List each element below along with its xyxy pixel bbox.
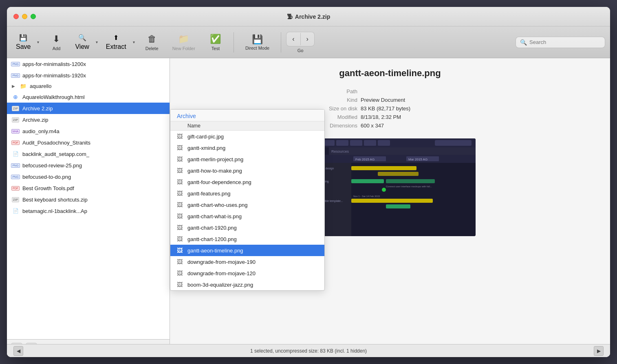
gantt-preview-svg: Complete Resources Feb 2015 AG Mar 2015 … [304,138,476,236]
save-button-group[interactable]: 💾 Save ▾ [12,31,42,53]
meta-modified-row: Modified 8/13/18, 2:32 PM [317,114,463,120]
archive-list-item[interactable]: 🖼 gantt-how-to-make.png [170,165,324,176]
svg-text:Feb 2015 AG: Feb 2015 AG [355,158,375,161]
extract-icon: ⬆ [113,34,119,42]
size-value: 83 KB (82,717 bytes) [361,105,463,112]
archive-panel: Archive Name 🖼 gift-card-pic.jpg 🖼 gantt… [170,109,325,291]
img-icon: 🖼 [177,224,184,231]
list-item[interactable]: PNG befocused-review-25.png [7,160,170,171]
img-icon: 🖼 [177,247,184,254]
status-text: 1 selected, uncompressed size: 83 KB (in… [250,348,367,354]
img-icon: 🖼 [177,213,184,219]
search-input[interactable] [529,39,601,45]
modified-value: 8/13/18, 2:32 PM [361,114,463,120]
toolbar: 💾 Save ▾ ⬇ Add 🔍 View ▾ ⬆ Extract ▾ [7,26,610,58]
pdf-icon: PDF [12,184,19,192]
search-box[interactable]: 🔍 [516,37,605,48]
minimize-button[interactable] [22,14,27,19]
m4a-icon: M4A [12,127,19,135]
svg-rect-27 [386,179,435,183]
archive-list-item-selected[interactable]: 🖼 gantt-aeon-timeline.png [170,245,324,256]
status-nav-right[interactable]: ▶ [594,346,604,356]
nav-forward-button[interactable]: › [301,32,314,46]
archive-list-item[interactable]: 🖼 downgrade-from-mojave-190 [170,256,324,268]
nav-buttons[interactable]: ‹ › [286,32,315,46]
extract-button-group[interactable]: ⬆ Extract ▾ [102,31,137,53]
svg-point-30 [382,188,386,192]
archive-list-item[interactable]: 🖼 downgrade-from-mojave-120 [170,268,324,279]
img-icon: 🖼 [177,179,184,185]
list-item[interactable]: PNG apps-for-minimalists-1920x [7,70,170,81]
direct-mode-icon: 💾 [252,34,263,45]
zip-icon: ZIP [12,116,19,123]
archive-list-item[interactable]: 🖼 gantt-chart-who-uses.png [170,199,324,211]
archive-col-header: Name [170,121,324,131]
toolbar-separator-1 [234,32,234,53]
status-bar: ◀ 1 selected, uncompressed size: 83 KB (… [7,344,610,357]
extract-main[interactable]: ⬆ Extract [102,31,130,53]
direct-mode-button[interactable]: 💾 Direct Mode [239,32,276,53]
view-arrow[interactable]: ▾ [93,31,100,53]
nav-back-button[interactable]: ‹ [286,32,300,46]
archive-list-item[interactable]: 🖼 gantt-merlin-project.png [170,153,324,165]
meta-path-row: Path [317,88,463,94]
list-item[interactable]: 📄 betamagic.nl-1backlink...Ap [7,205,170,217]
traffic-lights[interactable] [13,14,36,19]
img-icon: 🖼 [177,133,184,140]
archive-list-item[interactable]: 🖼 gantt-chart-what-is.png [170,211,324,222]
status-nav-left[interactable]: ◀ [13,346,23,356]
archive-list-item[interactable]: 🖼 gantt-xmind.png [170,142,324,153]
archive-list-item[interactable]: 🖼 boom-3d-equalizer-jazz.png [170,279,324,290]
add-icon: ⬇ [53,34,60,44]
img-icon: 🖼 [177,270,184,276]
test-icon: ✅ [210,34,221,44]
list-item[interactable]: ⊕ AquareloWalkthrough.html [7,91,170,103]
svg-rect-11 [304,147,476,155]
list-item[interactable]: PNG apps-for-minimalists-1200x [7,58,170,70]
close-button[interactable] [13,14,19,19]
list-item-selected[interactable]: ZIP Archive 2.zip [7,103,170,114]
svg-rect-9 [378,140,390,146]
archive-list-item[interactable]: 🖼 gantt-chart-1920.png [170,222,324,233]
svg-text:Resources: Resources [331,149,349,153]
archive-list-item[interactable]: 🖼 gantt-chart-1200.png [170,233,324,245]
list-item[interactable]: M4A audio_only.m4a [7,125,170,137]
nav-group: ‹ › Go [286,32,315,53]
archive-list-item[interactable]: 🖼 gantt-features.png [170,188,324,199]
save-main[interactable]: 💾 Save [12,31,35,53]
archive-list-item[interactable]: 🖼 gift-card-pic.jpg [170,131,324,142]
svg-rect-7 [350,140,362,146]
svg-rect-29 [386,204,410,208]
delete-icon: 🗑 [148,34,156,44]
list-item[interactable]: 📄 backlink_audit_setapp.com_ [7,148,170,160]
extract-arrow[interactable]: ▾ [130,31,137,53]
list-item[interactable]: ZIP Archive.zip [7,114,170,125]
png-icon: PNG [12,162,19,169]
view-main[interactable]: 🔍 View [71,31,93,53]
png-icon: PNG [12,60,19,68]
search-icon: 🔍 [520,39,527,46]
window-title: 🗜 Archive 2.zip [287,13,330,20]
new-folder-button[interactable]: 📁 New Folder [167,31,201,53]
save-icon: 💾 [19,34,27,42]
list-item[interactable]: PDF Audit_Posadochnoy_Stranits [7,137,170,148]
file-preview-image: Complete Resources Feb 2015 AG Mar 2015 … [304,138,476,236]
meta-dimensions-row: Dimensions 600 x 347 [317,123,463,129]
delete-button[interactable]: 🗑 Delete [139,31,165,53]
list-item[interactable]: PNG befocused-to-do.png [7,171,170,182]
meta-kind-row: Kind Preview Document [317,97,463,103]
preview-filename: gantt-aeon-timeline.png [183,68,597,79]
test-button[interactable]: ✅ Test [203,31,229,53]
fullscreen-button[interactable] [31,14,36,19]
save-arrow[interactable]: ▾ [35,31,42,53]
list-item[interactable]: ZIP Best keyboard shortcuts.zip [7,194,170,205]
list-item-folder[interactable]: ▶ 📁 aquarello [7,81,170,91]
pdf-icon: PDF [12,139,19,146]
folder-arrow: ▶ [12,84,17,88]
img-icon: 🖼 [177,156,184,162]
archive-list-item[interactable]: 🖼 gantt-four-dependence.png [170,176,324,188]
svg-rect-26 [351,179,384,183]
list-item[interactable]: PDF Best Growth Tools.pdf [7,182,170,194]
view-button-group[interactable]: 🔍 View ▾ [71,31,100,53]
add-button[interactable]: ⬇ Add [43,31,69,53]
